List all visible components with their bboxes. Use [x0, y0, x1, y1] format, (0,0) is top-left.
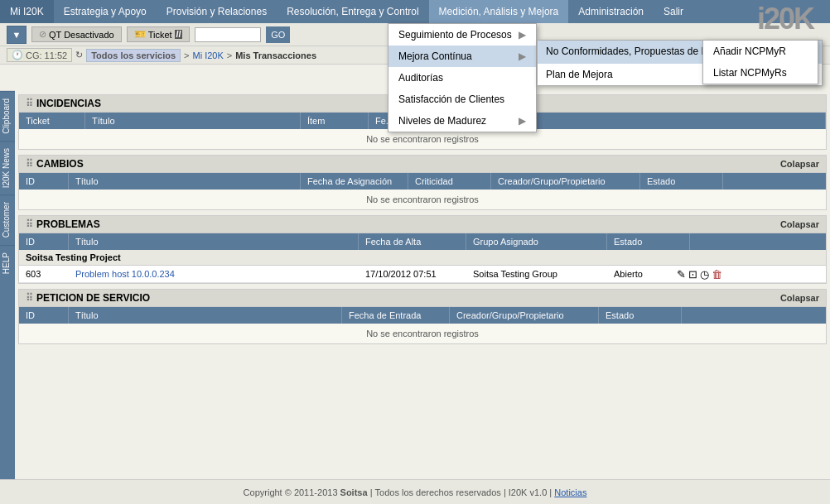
menu-listar[interactable]: Listar NCPMyRs	[703, 62, 818, 84]
medicion-dropdown: Seguimiento de Procesos ▶ Mejora Contínu…	[388, 23, 537, 132]
dropdown-overlay[interactable]: Seguimiento de Procesos ▶ Mejora Contínu…	[0, 23, 830, 504]
nav-provision[interactable]: Provisión y Relaciones	[157, 0, 277, 23]
nav-medicion[interactable]: Medición, Análisis y Mejora	[429, 0, 569, 23]
nav-salir[interactable]: Salir	[654, 0, 693, 23]
niveles-arrow: ▶	[519, 115, 526, 127]
menu-anadir[interactable]: Añadir NCPMyR	[703, 41, 818, 62]
menu-auditorias[interactable]: Auditorías	[388, 67, 536, 89]
menu-satisfaccion[interactable]: Satisfacción de Clientes	[388, 89, 536, 110]
nav-resolucion[interactable]: Resolución, Entrega y Control	[277, 0, 428, 23]
nc-submenu: Añadir NCPMyR Listar NCPMyRs	[702, 40, 818, 84]
seguimiento-arrow: ▶	[519, 29, 526, 41]
menu-mejora[interactable]: Mejora Contínua ▶	[388, 46, 536, 67]
nav-admin[interactable]: Administración	[568, 0, 654, 23]
nav-mi-i20k[interactable]: Mi I20K	[0, 0, 54, 23]
nav-bar: Mi I20K Estrategia y Apoyo Provisión y R…	[0, 0, 830, 23]
nav-estrategia[interactable]: Estrategia y Apoyo	[54, 0, 157, 23]
mejora-arrow: ▶	[519, 50, 526, 62]
menu-niveles[interactable]: Niveles de Madurez ▶	[388, 110, 536, 132]
menu-seguimiento[interactable]: Seguimiento de Procesos ▶	[388, 24, 536, 46]
